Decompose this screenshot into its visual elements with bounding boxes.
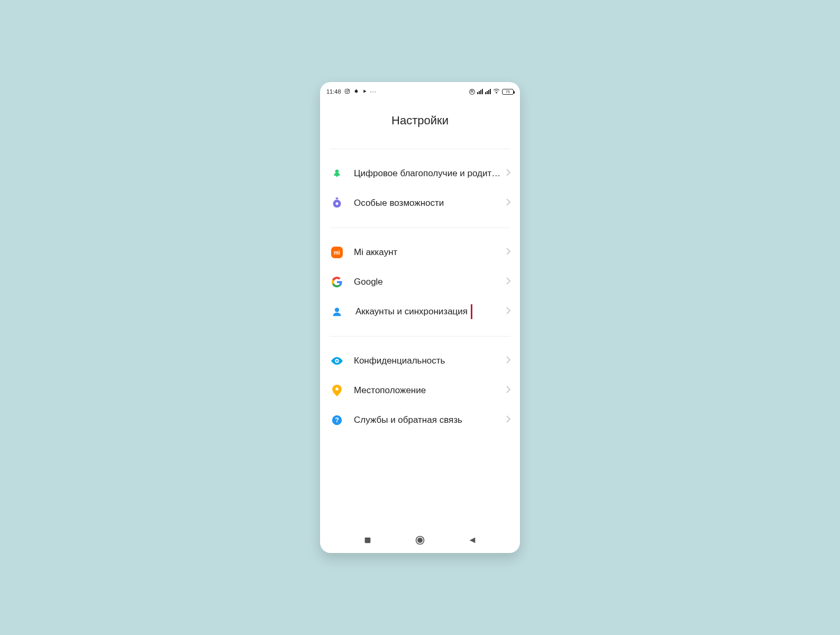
svg-text:?: ? — [335, 416, 339, 424]
phone-frame: 11:48 ··· R 75 Настройки — [320, 82, 520, 553]
play-icon — [362, 88, 367, 95]
row-digital-wellbeing[interactable]: Цифровое благополучие и родит… — [330, 159, 510, 188]
chevron-right-icon — [506, 386, 510, 395]
row-privacy[interactable]: Конфиденциальность — [330, 346, 510, 376]
svg-point-1 — [346, 90, 348, 92]
signal-icon-2 — [485, 89, 491, 94]
divider — [330, 149, 510, 149]
wellbeing-icon — [330, 166, 344, 181]
location-icon — [330, 383, 344, 398]
chevron-right-icon — [506, 356, 510, 366]
row-label: Google — [354, 276, 502, 288]
google-icon — [330, 275, 344, 289]
nav-home-button[interactable] — [415, 535, 425, 546]
battery-icon: 75 — [502, 89, 514, 95]
more-icon: ··· — [370, 88, 377, 95]
divider — [330, 336, 510, 337]
nav-recent-button[interactable] — [362, 535, 373, 546]
wifi-icon — [493, 88, 500, 95]
row-accounts-sync[interactable]: Аккаунты и синхронизация — [330, 297, 510, 326]
chevron-right-icon — [506, 415, 510, 425]
nav-back-button[interactable] — [467, 535, 478, 546]
svg-text:mi: mi — [334, 250, 340, 256]
person-icon — [330, 304, 344, 319]
chevron-right-icon — [506, 307, 510, 316]
svg-point-2 — [348, 89, 349, 90]
svg-point-4 — [496, 92, 497, 93]
svg-rect-6 — [336, 197, 339, 199]
chevron-right-icon — [506, 198, 510, 208]
svg-point-14 — [335, 387, 339, 391]
svg-point-8 — [336, 202, 339, 205]
settings-list: Цифровое благополучие и родит… Особые во… — [320, 149, 520, 532]
status-time: 11:48 — [326, 88, 341, 95]
row-label: Аккаунты и синхронизация — [354, 304, 502, 319]
row-google[interactable]: Google — [330, 267, 510, 297]
instagram-icon — [344, 88, 350, 95]
registered-icon: R — [469, 89, 475, 95]
chevron-right-icon — [506, 248, 510, 257]
svg-point-19 — [418, 538, 422, 542]
svg-rect-17 — [364, 538, 370, 543]
row-feedback[interactable]: ? Службы и обратная связь — [330, 405, 510, 435]
row-label: Службы и обратная связь — [354, 414, 502, 426]
row-label: Цифровое благополучие и родит… — [354, 168, 502, 179]
question-icon: ? — [330, 413, 344, 428]
row-mi-account[interactable]: mi Mi аккаунт — [330, 238, 510, 267]
divider — [330, 228, 510, 228]
svg-point-13 — [336, 360, 338, 362]
row-location[interactable]: Местоположение — [330, 376, 510, 405]
accessibility-icon — [330, 196, 344, 211]
nav-bar — [320, 532, 520, 553]
row-label: Конфиденциальность — [354, 355, 502, 367]
settings-group: Конфиденциальность Местоположение ? Служ… — [330, 346, 510, 435]
chevron-right-icon — [506, 277, 510, 287]
row-label: Mi аккаунт — [354, 247, 502, 258]
status-left: 11:48 ··· — [326, 88, 377, 95]
row-label: Местоположение — [354, 385, 502, 396]
notification-icon — [353, 88, 359, 95]
highlight-box: Аккаунты и синхронизация — [354, 304, 472, 319]
chevron-right-icon — [506, 169, 510, 178]
row-label: Особые возможности — [354, 197, 502, 209]
svg-point-11 — [335, 308, 339, 312]
eye-icon — [330, 353, 344, 368]
status-bar: 11:48 ··· R 75 — [320, 85, 520, 98]
svg-point-5 — [335, 170, 339, 174]
mi-icon: mi — [330, 245, 344, 260]
row-accessibility[interactable]: Особые возможности — [330, 188, 510, 218]
page-title: Настройки — [320, 114, 520, 128]
signal-icon-1 — [477, 89, 483, 94]
svg-point-3 — [354, 89, 358, 93]
settings-group: mi Mi аккаунт Google Аккаунты и синхрони… — [330, 238, 510, 326]
status-right: R 75 — [469, 88, 514, 95]
settings-group: Цифровое благополучие и родит… Особые во… — [330, 159, 510, 218]
